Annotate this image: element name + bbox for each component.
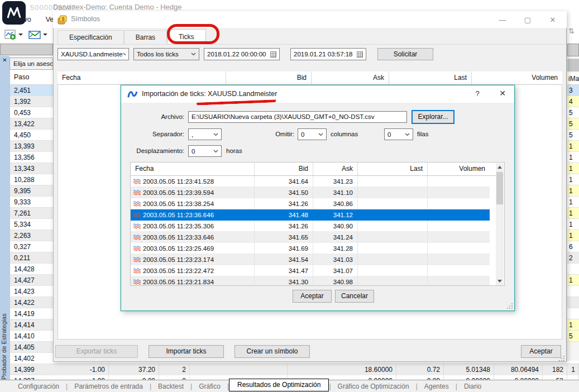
tick-row[interactable]: 2003.05.05 11:23:33.646341.65341.24 xyxy=(131,232,504,243)
right-column-cell[interactable]: 1 xyxy=(567,219,579,230)
bottom-tab-gráfico[interactable]: Gráfico xyxy=(192,381,227,392)
right-column-cell[interactable]: 1 xyxy=(567,174,579,185)
paso-column-header[interactable]: Paso xyxy=(10,70,53,85)
right-column-cell[interactable]: 5 xyxy=(567,118,579,130)
paso-row[interactable]: 13,356 xyxy=(10,152,53,163)
right-column-cell[interactable] xyxy=(567,286,579,297)
right-column-cell[interactable]: 1 xyxy=(567,197,579,208)
right-column-cell[interactable]: 6 xyxy=(567,241,579,252)
right-column-header[interactable]: iMa.. xyxy=(567,73,579,85)
tick-row[interactable]: 2003.05.05 11:23:21.834341.30340.98 xyxy=(131,276,504,286)
col-volumen[interactable]: Volumen xyxy=(428,162,490,175)
right-column-cell[interactable]: 5 xyxy=(567,331,579,342)
menu-archivo[interactable]: Archivo xyxy=(8,13,31,26)
results-data-row[interactable]: -1.0037.20218.600000.725.0134880.0649418… xyxy=(53,364,579,375)
paso-row[interactable]: 14,405 xyxy=(10,342,53,353)
col-fecha[interactable]: Fecha xyxy=(58,71,226,84)
tab-especificación[interactable]: Especificación xyxy=(58,30,124,44)
file-path-input[interactable]: E:\USUARIO\Nueva carpeta (3)\XAUUSD_GMT+… xyxy=(188,111,407,123)
import-ticks-button[interactable]: Importar ticks xyxy=(149,345,224,358)
browse-button[interactable]: Explorar... xyxy=(411,110,454,124)
help-icon[interactable]: ? xyxy=(472,89,483,98)
paso-row[interactable]: 14,427 xyxy=(10,275,53,286)
paso-row[interactable]: 5,334 xyxy=(10,219,53,230)
paso-row-partial[interactable]: 14,397 xyxy=(10,375,53,380)
right-column-cell[interactable]: 1 xyxy=(567,152,579,163)
advisor-selector[interactable]: Elija un asesor xyxy=(9,58,53,70)
dialog-close-icon[interactable]: ✕ xyxy=(496,89,509,98)
bottom-tab-gráfico-de-optimización[interactable]: Gráfico de Optimización xyxy=(331,381,416,392)
symbol-select[interactable]: XAUUSD.Landmeiste xyxy=(58,48,129,60)
right-column-cell[interactable]: 1 xyxy=(567,275,579,286)
calendar-icon[interactable] xyxy=(270,51,276,58)
paso-row[interactable]: 0,453 xyxy=(10,107,53,118)
paso-row[interactable]: 14,422 xyxy=(10,297,53,308)
omit-rows-select[interactable]: 0 xyxy=(384,128,413,140)
paso-row[interactable]: 9,395 xyxy=(10,185,53,197)
paso-row[interactable]: 2,451 xyxy=(10,85,53,96)
tick-row[interactable]: 2003.05.05 11:23:22.472341.47341.07 xyxy=(131,265,504,276)
bottom-tab-parámetros-de-entrada[interactable]: Parámetros de entrada xyxy=(68,381,150,392)
close-icon[interactable]: ✕ xyxy=(544,16,561,25)
minimize-icon[interactable]: — xyxy=(494,16,511,25)
col-volumen[interactable]: Volumen xyxy=(472,71,562,84)
paso-row[interactable]: 14,410 xyxy=(10,331,53,342)
create-symbol-button[interactable]: Crear un símbolo xyxy=(235,345,310,358)
col-bid[interactable]: Bid xyxy=(255,162,313,175)
right-column-cell[interactable]: 1 xyxy=(567,208,579,219)
bottom-tab-resultados-de-optimización[interactable]: Resultados de Optimización xyxy=(229,379,329,391)
export-ticks-button[interactable]: Exportar ticks xyxy=(55,345,138,358)
tick-row[interactable]: 2003.05.05 11:23:41.528341.64341.23 xyxy=(131,176,504,187)
tester-symbol-combo[interactable] xyxy=(0,44,53,55)
solicitar-button[interactable]: Solicitar xyxy=(377,48,433,60)
shift-select[interactable]: 0 xyxy=(188,145,222,157)
tick-row[interactable]: 2003.05.05 11:23:23.174341.54341.03 xyxy=(131,254,504,265)
paso-row[interactable]: 13,393 xyxy=(10,141,53,152)
panel-close-icon[interactable]: ✕ xyxy=(1,56,8,64)
scrollbar-thumb[interactable] xyxy=(496,172,503,204)
bottom-tab-backtest[interactable]: Backtest xyxy=(151,381,190,392)
tick-row[interactable]: 2003.05.05 11:23:36.646341.48341.12 xyxy=(131,209,504,221)
tester-vertical-tab[interactable]: Probador de Estrategias xyxy=(1,306,9,387)
date-from-input[interactable]: 2018.01.22 00:00:00 xyxy=(204,48,280,60)
dropdown-caret-icon[interactable] xyxy=(18,34,23,36)
right-column-cell[interactable]: 1 xyxy=(567,185,579,197)
right-column-cell[interactable]: 4 xyxy=(567,96,579,107)
paso-row[interactable]: 7,261 xyxy=(10,208,53,219)
bottom-tab-diario[interactable]: Diario xyxy=(457,381,488,392)
omit-columns-select[interactable]: 0 xyxy=(298,128,327,140)
right-column-cell[interactable]: 3 xyxy=(567,85,579,96)
paso-row[interactable]: 13,343 xyxy=(10,163,53,174)
col-last[interactable]: Last xyxy=(358,162,428,175)
paso-row[interactable]: 4,450 xyxy=(10,130,53,141)
right-column-cell[interactable]: 1 xyxy=(567,319,579,331)
tab-barras[interactable]: Barras xyxy=(124,30,167,44)
calendar-icon[interactable] xyxy=(357,51,363,58)
paso-row[interactable]: 14,423 xyxy=(10,286,53,297)
scroll-up-icon[interactable] xyxy=(496,163,504,171)
separator-select[interactable]: , xyxy=(188,128,222,140)
tick-row[interactable]: 2003.05.05 11:23:25.469341.69341.28 xyxy=(131,243,504,254)
paso-row[interactable]: 1,392 xyxy=(10,96,53,107)
scroll-down-icon[interactable] xyxy=(496,277,504,285)
tick-row[interactable]: 2003.05.05 11:23:39.594341.50341.10 xyxy=(131,187,504,198)
paso-row[interactable]: 10,288 xyxy=(10,174,53,185)
vertical-scrollbar[interactable] xyxy=(496,163,504,285)
right-column-cell[interactable]: 1 xyxy=(567,230,579,241)
paso-row[interactable]: 2,263 xyxy=(10,230,53,241)
right-column-cell[interactable]: 2 xyxy=(567,252,579,264)
tick-row[interactable]: 2003.05.05 11:23:35.306341.26340.90 xyxy=(131,221,504,232)
col-ask[interactable]: Ask xyxy=(312,71,389,84)
col-ask[interactable]: Ask xyxy=(313,162,358,175)
col-bid[interactable]: Bid xyxy=(226,71,312,84)
paso-row[interactable]: 0,327 xyxy=(10,241,53,252)
paso-row[interactable]: 14,419 xyxy=(10,308,53,319)
bottom-tab-agentes[interactable]: Agentes xyxy=(418,381,456,392)
right-column-cell[interactable]: 1 xyxy=(567,163,579,174)
dialog-cancel-button[interactable]: Cancelar xyxy=(335,290,374,303)
right-column-cell[interactable] xyxy=(567,264,579,275)
dialog-accept-button[interactable]: Aceptar xyxy=(293,290,332,303)
col-fecha[interactable]: Fecha xyxy=(131,162,255,175)
dropdown-caret-icon[interactable] xyxy=(43,34,47,36)
new-chart-button[interactable] xyxy=(4,30,23,40)
